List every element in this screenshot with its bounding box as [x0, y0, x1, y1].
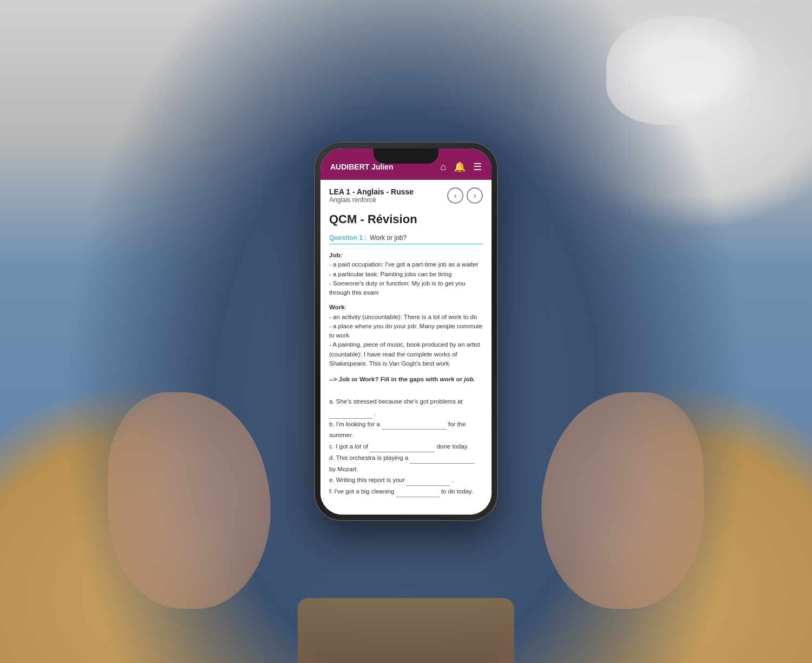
exercise-intro: --> Job or Work? Fill in the gaps with w… — [329, 374, 483, 385]
course-header: LEA 1 - Anglais - Russe Anglais renforcé… — [329, 187, 483, 204]
fill-gap-exercise: --> Job or Work? Fill in the gaps with w… — [329, 374, 483, 497]
course-subtitle: Anglais renforcé — [329, 196, 447, 204]
sentence-e-after: . — [451, 477, 453, 483]
sentence-d: d. This orchestra is playing a by Mozart… — [329, 452, 483, 474]
sentence-a-after: . — [374, 410, 376, 416]
sentence-c-input[interactable] — [370, 444, 435, 452]
sentence-a-input[interactable] — [329, 410, 372, 419]
course-nav-buttons: ‹ › — [447, 187, 483, 204]
sentence-c-before: c. I got a lot of — [329, 443, 370, 450]
notification-icon[interactable]: 🔔 — [454, 161, 466, 173]
work-item-1: - an activity (uncountable): There is a … — [329, 314, 477, 320]
work-section: Work: - an activity (uncountable): There… — [329, 303, 483, 368]
sentence-f-input[interactable] — [396, 489, 440, 497]
question-number: Question 1 : — [329, 234, 366, 242]
sentence-b: b. I'm looking for a for the summer. — [329, 419, 483, 441]
sentence-c: c. I got a lot of done today. — [329, 441, 483, 452]
sentence-d-after: by Mozart. — [329, 466, 358, 472]
sentence-f-after: to do today. — [441, 488, 473, 495]
user-name-label: AUDIBERT Julien — [330, 162, 440, 171]
job-item-2: - a particular task: Painting jobs can b… — [329, 271, 451, 277]
job-heading: Job: — [329, 252, 342, 258]
sentence-d-input[interactable] — [410, 455, 475, 464]
course-title: LEA 1 - Anglais - Russe — [329, 187, 447, 196]
work-heading: Work — [329, 304, 345, 310]
sentence-e-input[interactable] — [407, 477, 450, 486]
sentence-e-before: e. Writing this report is your — [329, 477, 407, 483]
sentence-f-before: f. I've got a big cleaning — [329, 488, 396, 495]
job-section: Job: - a paid occupation: I've got a par… — [329, 251, 483, 297]
question-text: Work or job? — [370, 234, 407, 242]
home-icon[interactable]: ⌂ — [440, 161, 446, 173]
phone-notch — [374, 148, 438, 164]
sentence-b-before: b. I'm looking for a — [329, 421, 382, 427]
job-item-3: - Someone's duty or function: My job is … — [329, 280, 466, 296]
page-title: QCM - Révision — [329, 212, 483, 226]
phone-screen: AUDIBERT Julien ⌂ 🔔 ☰ LEA 1 - Anglais - … — [320, 148, 492, 515]
sentence-a: a. She's stressed because she's got prob… — [329, 396, 483, 418]
sentence-f: f. I've got a big cleaning to do today. — [329, 486, 483, 497]
sentence-c-after: done today. — [437, 443, 469, 450]
phone-device: AUDIBERT Julien ⌂ 🔔 ☰ LEA 1 - Anglais - … — [314, 142, 498, 521]
main-content: LEA 1 - Anglais - Russe Anglais renforcé… — [320, 180, 492, 515]
chair-decoration — [298, 598, 514, 663]
question-line: Question 1 : Work or job? — [329, 234, 483, 244]
top-bar-icons: ⌂ 🔔 ☰ — [440, 161, 482, 173]
sentence-e: e. Writing this report is your . — [329, 474, 483, 486]
prev-course-button[interactable]: ‹ — [447, 187, 463, 204]
sentence-a-before: a. She's stressed because she's got prob… — [329, 398, 463, 405]
next-course-button[interactable]: › — [467, 187, 483, 204]
job-item-1: - a paid occupation: I've got a part-tim… — [329, 261, 479, 268]
work-item-3: - A painting, piece of music, book produ… — [329, 341, 480, 367]
work-item-2: - a place where you do your job: Many pe… — [329, 323, 482, 339]
menu-icon[interactable]: ☰ — [473, 161, 482, 173]
sentence-b-input[interactable] — [382, 421, 447, 430]
sentence-d-before: d. This orchestra is playing a — [329, 454, 410, 461]
course-title-block: LEA 1 - Anglais - Russe Anglais renforcé — [329, 187, 447, 204]
